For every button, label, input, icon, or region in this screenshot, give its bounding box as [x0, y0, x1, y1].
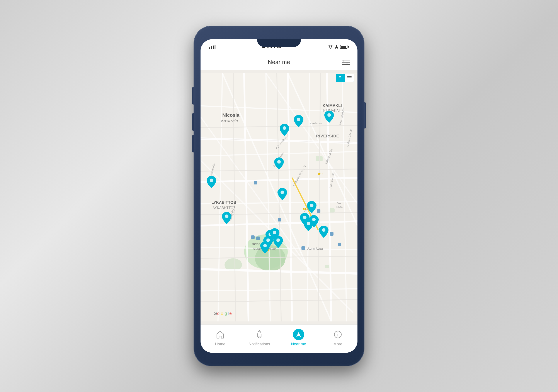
svg-point-86: [283, 126, 286, 130]
map-area[interactable]: Nicosia Λευκωσία KAIMAKLI ΚΑΙΜΑΚΛΙ RIVER…: [201, 70, 357, 324]
svg-rect-84: [251, 235, 255, 239]
home-label: Home: [215, 342, 225, 347]
svg-point-89: [277, 160, 281, 163]
notifications-label: Notifications: [249, 342, 270, 347]
svg-point-94: [303, 216, 306, 219]
svg-rect-82: [301, 246, 305, 250]
svg-point-100: [266, 239, 270, 242]
svg-rect-78: [254, 181, 257, 184]
near-me-icon: [293, 329, 304, 340]
status-bar: 4:59 PM: [201, 39, 357, 54]
svg-text:Nicosia: Nicosia: [222, 112, 240, 118]
svg-text:Λευκωσία: Λευκωσία: [221, 119, 238, 123]
bell-icon: [254, 329, 265, 340]
app-header: Near me: [201, 54, 357, 70]
bottom-navigation: Home Notifications: [201, 324, 357, 353]
nav-home[interactable]: Home: [201, 329, 240, 347]
svg-text:INDU...: INDU...: [336, 205, 344, 208]
status-left: [209, 45, 216, 49]
svg-point-99: [322, 228, 325, 232]
wifi-icon: [328, 45, 333, 49]
svg-text:g: g: [225, 311, 227, 316]
location-arrow-icon: [335, 45, 338, 49]
svg-rect-80: [317, 209, 320, 213]
svg-point-93: [225, 214, 228, 218]
svg-text:AC: AC: [337, 201, 341, 205]
svg-rect-81: [330, 232, 333, 236]
nav-near-me[interactable]: Near me: [279, 329, 318, 347]
svg-text:816: 816: [318, 172, 323, 176]
nav-notifications[interactable]: Notifications: [240, 329, 279, 347]
svg-point-91: [280, 191, 284, 194]
map-view-toggle[interactable]: [336, 74, 354, 82]
more-label: More: [333, 342, 342, 347]
svg-point-87: [297, 118, 300, 121]
svg-point-102: [276, 239, 280, 242]
svg-point-88: [327, 113, 331, 117]
svg-rect-79: [278, 218, 281, 222]
map-view-button[interactable]: [336, 74, 345, 82]
svg-text:o: o: [221, 311, 223, 316]
filter-button[interactable]: [340, 57, 351, 68]
svg-text:G: G: [214, 311, 217, 316]
svg-point-103: [263, 244, 267, 247]
svg-rect-15: [325, 265, 329, 268]
battery-icon: [340, 45, 349, 49]
status-right: [328, 45, 349, 49]
svg-text:LYKABITTOS: LYKABITTOS: [211, 200, 236, 205]
svg-point-98: [273, 231, 276, 234]
svg-text:l: l: [228, 311, 229, 316]
near-me-label: Near me: [291, 342, 306, 347]
signal-icon: [209, 45, 216, 49]
home-icon: [215, 329, 226, 340]
info-icon: [332, 329, 343, 340]
svg-rect-83: [256, 237, 260, 240]
nav-more[interactable]: More: [318, 329, 357, 347]
filter-icon: [342, 59, 350, 65]
svg-point-92: [310, 204, 314, 207]
svg-rect-85: [338, 243, 341, 246]
svg-text:KAIMAKLI: KAIMAKLI: [323, 103, 342, 108]
page-title: Near me: [268, 59, 290, 66]
svg-text:81: 81: [303, 208, 306, 211]
svg-point-96: [312, 218, 316, 221]
list-view-button[interactable]: [345, 74, 354, 82]
svg-point-5: [339, 77, 341, 78]
svg-text:Kantaras: Kantaras: [310, 121, 322, 125]
svg-text:Aglantzias: Aglantzias: [307, 247, 323, 250]
svg-point-90: [210, 179, 213, 182]
phone-screen: 4:59 PM: [201, 39, 357, 353]
svg-text:RIVERSIDE: RIVERSIDE: [316, 134, 339, 138]
svg-text:e: e: [229, 311, 232, 316]
map-background: Nicosia Λευκωσία KAIMAKLI ΚΑΙΜΑΚΛΙ RIVER…: [201, 70, 357, 324]
svg-text:o: o: [217, 311, 219, 316]
svg-point-95: [307, 222, 310, 225]
phone-device: 4:59 PM: [194, 26, 364, 366]
svg-point-107: [338, 332, 338, 333]
status-time: 4:59 PM: [262, 44, 281, 50]
